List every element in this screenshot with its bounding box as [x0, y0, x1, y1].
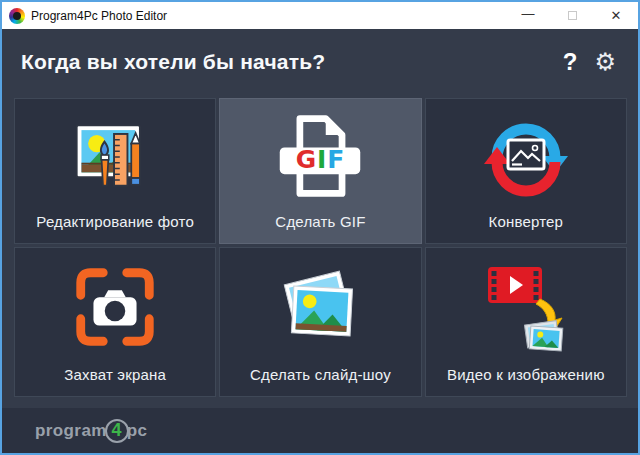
screen-capture-icon [15, 248, 215, 366]
logo-circle-icon: 4 [105, 419, 129, 443]
converter-arrows-icon [426, 99, 626, 213]
photo-edit-icon [15, 99, 215, 213]
tile-label: Редактирование фото [36, 213, 194, 230]
close-icon: ✕ [611, 8, 622, 23]
slideshow-icon [220, 248, 420, 366]
header-icons: ? ⚙ [563, 50, 616, 74]
maximize-icon [568, 11, 577, 20]
app-window: Program4Pc Photo Editor — ✕ Когда вы хот… [0, 0, 640, 455]
gif-file-icon: GIF [220, 99, 420, 213]
svg-text:GIF: GIF [296, 145, 345, 174]
titlebar: Program4Pc Photo Editor — ✕ [2, 2, 638, 29]
maximize-button[interactable] [550, 2, 594, 29]
logo-text-pre: program [35, 421, 107, 441]
gif-letter-g: G [296, 145, 316, 174]
minimize-button[interactable]: — [506, 2, 550, 29]
tile-converter[interactable]: Конвертер [425, 98, 627, 244]
tile-photo-editing[interactable]: Редактирование фото [14, 98, 216, 244]
gif-letter-f: F [328, 145, 345, 174]
tile-make-gif[interactable]: GIF Сделать GIF [219, 98, 421, 244]
question-mark-icon: ? [563, 48, 578, 75]
video-to-image-icon [426, 248, 626, 366]
logo-text-post: pc [127, 421, 148, 441]
tile-video-to-image[interactable]: Видео к изображению [425, 247, 627, 397]
tile-label: Захват экрана [64, 366, 166, 383]
close-button[interactable]: ✕ [594, 2, 638, 29]
help-button[interactable]: ? [563, 50, 578, 74]
gear-icon: ⚙ [594, 48, 616, 75]
program4pc-logo: program4pc [35, 419, 147, 443]
tile-grid: Редактирование фото GIF Сделать GIF [14, 98, 627, 397]
tile-screen-capture[interactable]: Захват экрана [14, 247, 216, 397]
header: Когда вы хотели бы начать? ? ⚙ [2, 29, 638, 95]
tile-label: Видео к изображению [447, 366, 605, 383]
logo-number: 4 [112, 420, 122, 441]
tile-label: Сделать GIF [275, 213, 365, 230]
tile-label: Сделать слайд-шоу [250, 366, 391, 383]
window-title: Program4Pc Photo Editor [31, 9, 506, 23]
footer: program4pc [2, 408, 638, 453]
minimize-icon: — [522, 6, 535, 21]
settings-button[interactable]: ⚙ [594, 50, 616, 74]
gif-letter-i: I [318, 145, 327, 174]
app-logo-icon [9, 8, 25, 24]
tile-slideshow[interactable]: Сделать слайд-шоу [219, 247, 421, 397]
page-title: Когда вы хотели бы начать? [21, 50, 563, 74]
tile-label: Конвертер [488, 213, 563, 230]
